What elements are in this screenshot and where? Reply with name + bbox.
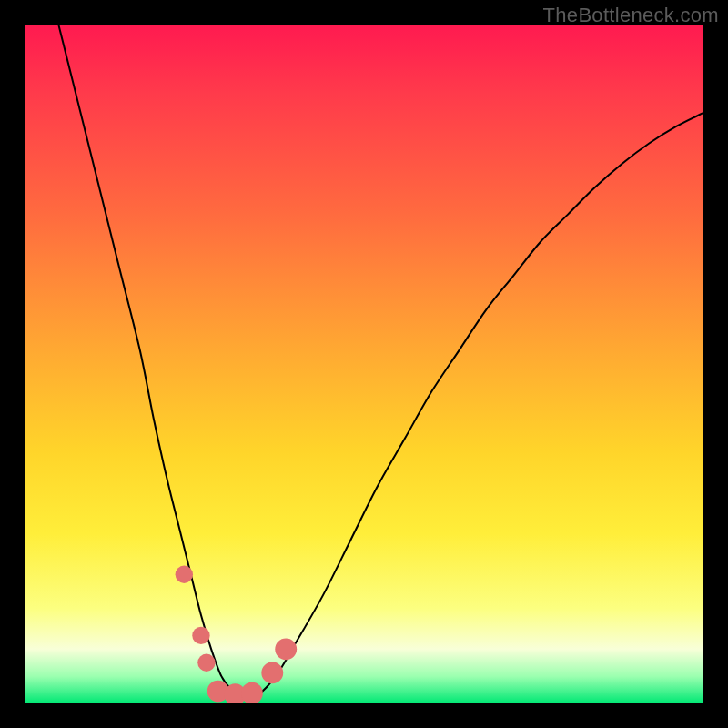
data-marker xyxy=(197,654,215,672)
data-marker xyxy=(261,662,283,683)
data-marker xyxy=(275,638,297,660)
data-marker xyxy=(192,627,209,644)
curve-line xyxy=(58,25,703,699)
chart-frame: TheBottleneck.com xyxy=(0,0,728,728)
chart-svg xyxy=(25,25,703,703)
data-marker xyxy=(176,566,193,583)
plot-area xyxy=(25,25,703,703)
data-marker xyxy=(241,682,263,703)
